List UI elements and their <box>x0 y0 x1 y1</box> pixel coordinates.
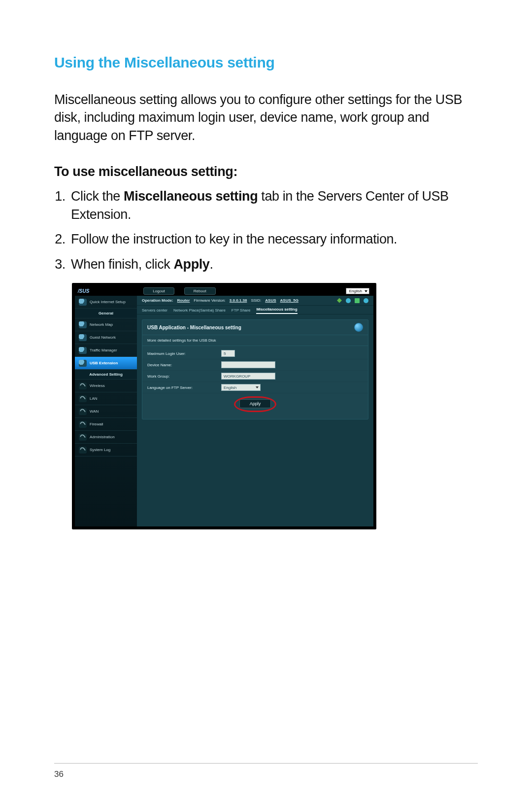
wrench-icon <box>79 383 87 389</box>
sidebar-item-administration[interactable]: Administration <box>75 431 137 444</box>
fw-value[interactable]: 3.0.0.1.38 <box>230 298 247 303</box>
ssid-2[interactable]: ASUS_5G <box>280 298 299 303</box>
ftp-lang-label: Language on FTP Server: <box>147 385 221 390</box>
sidebar-item-firewall[interactable]: Firewall <box>75 418 137 431</box>
sidebar-item-label: Firewall <box>90 422 103 426</box>
sidebar-item-wireless[interactable]: Wireless <box>75 380 137 392</box>
guest-icon <box>79 334 87 341</box>
reboot-button[interactable]: Reboot <box>184 287 216 295</box>
language-select[interactable]: English <box>346 288 369 294</box>
wrench-icon <box>79 447 87 453</box>
sidebar-item-label: WAN <box>90 409 99 414</box>
page-number: 36 <box>54 769 64 779</box>
sidebar: Quick Internet Setup General Network Map… <box>75 296 137 526</box>
sidebar-item-system-log[interactable]: System Log <box>75 444 137 456</box>
router-screenshot: /SUS Logout Reboot English Quick Interne… <box>72 283 376 529</box>
row-device-name: Device Name: <box>142 359 368 371</box>
sidebar-item-network-map[interactable]: Network Map <box>75 318 137 331</box>
tab-miscellaneous[interactable]: Miscellaneous setting <box>256 306 297 314</box>
fw-label: Firmware Version: <box>194 298 225 303</box>
wrench-icon <box>79 434 87 441</box>
ftp-lang-select[interactable]: English <box>221 384 261 391</box>
sidebar-item-traffic-manager[interactable]: Traffic Manager <box>75 344 137 357</box>
screenshot-topbar: /SUS Logout Reboot English <box>75 286 373 296</box>
usb-icon <box>79 360 87 367</box>
sub-tabs: Servers center Network Place(Samba) Shar… <box>137 306 373 314</box>
apply-area: Apply <box>142 393 368 417</box>
device-name-label: Device Name: <box>147 363 221 367</box>
wrench-icon <box>79 408 87 415</box>
sidebar-item-label: System Log <box>90 448 110 452</box>
row-max-login: Maximum Login User: 5 <box>142 348 368 359</box>
step-1-text-a: Click the <box>71 189 124 204</box>
settings-card: USB Application - Miscellaneous setting … <box>142 319 368 419</box>
step-3-bold: Apply <box>173 257 209 272</box>
workgroup-input[interactable]: WORKGROUP <box>221 373 275 380</box>
highlight-ellipse <box>234 396 276 412</box>
manual-page: Using the Miscellaneous setting Miscella… <box>0 0 532 802</box>
max-login-input[interactable]: 5 <box>221 350 235 357</box>
card-title: USB Application - Miscellaneous setting <box>147 325 241 330</box>
wrench-icon <box>79 395 87 402</box>
wrench-icon <box>79 421 87 428</box>
internet-icon <box>364 298 368 303</box>
sidebar-item-lan[interactable]: LAN <box>75 392 137 405</box>
globe-icon <box>79 299 87 306</box>
tab-samba-share[interactable]: Network Place(Samba) Share <box>173 307 226 314</box>
sidebar-item-label: Administration <box>90 435 115 439</box>
sidebar-item-label: Network Map <box>90 322 113 327</box>
sidebar-item-label: USB Extension <box>90 361 118 365</box>
brand-logo: /SUS <box>78 288 89 294</box>
footer-divider <box>54 763 478 764</box>
tab-servers-center[interactable]: Servers center <box>142 307 167 314</box>
sidebar-header-advanced: Advanced Setting <box>75 370 137 380</box>
status-icons <box>337 298 368 303</box>
tab-ftp-share[interactable]: FTP Share <box>232 307 251 314</box>
step-2: Follow the instruction to key in the nec… <box>69 230 478 248</box>
step-1-bold: Miscellaneous setting <box>124 189 258 204</box>
help-icon[interactable] <box>354 323 363 332</box>
sidebar-item-usb-extension[interactable]: USB Extension <box>75 357 137 370</box>
op-mode-value[interactable]: Router <box>177 298 190 303</box>
sidebar-item-wan[interactable]: WAN <box>75 405 137 418</box>
ssid-1[interactable]: ASUS <box>265 298 276 303</box>
sidebar-item-guest-network[interactable]: Guest Network <box>75 331 137 344</box>
sidebar-header-general: General <box>75 309 137 318</box>
sidebar-item-label: Traffic Manager <box>90 348 117 352</box>
sidebar-quick-setup[interactable]: Quick Internet Setup <box>75 296 137 309</box>
card-header: USB Application - Miscellaneous setting <box>142 320 368 335</box>
max-login-label: Maximum Login User: <box>147 351 221 356</box>
client-icon <box>346 298 351 303</box>
workgroup-label: Work Group: <box>147 374 221 379</box>
sidebar-item-label: Guest Network <box>90 335 116 340</box>
signal-icon <box>337 298 342 303</box>
status-line: Operation Mode: Router Firmware Version:… <box>137 296 373 306</box>
map-icon <box>79 321 87 328</box>
device-name-input[interactable] <box>221 361 275 368</box>
steps-list: Click the Miscellaneous setting tab in t… <box>54 187 478 273</box>
step-3-text-a: When finish, click <box>71 257 173 272</box>
step-3: When finish, click Apply. <box>69 255 478 273</box>
ssid-label: SSID: <box>251 298 261 303</box>
sidebar-item-label: Wireless <box>90 384 105 388</box>
step-3-text-c: . <box>209 257 213 272</box>
logout-button[interactable]: Logout <box>143 287 174 295</box>
settings-form: Maximum Login User: 5 Device Name: Work … <box>142 346 368 419</box>
row-ftp-language: Language on FTP Server: English <box>142 382 368 393</box>
usb-status-icon <box>355 298 360 303</box>
sub-heading: To use miscellaneous setting: <box>54 164 478 179</box>
op-mode-label: Operation Mode: <box>142 298 173 303</box>
section-title: Using the Miscellaneous setting <box>54 54 478 71</box>
sidebar-quick-label: Quick Internet Setup <box>90 300 126 304</box>
traffic-icon <box>79 347 87 354</box>
step-1: Click the Miscellaneous setting tab in t… <box>69 187 478 223</box>
intro-text: Miscellaneous setting allows you to conf… <box>54 91 478 144</box>
sidebar-item-label: LAN <box>90 396 98 401</box>
screenshot-body: Quick Internet Setup General Network Map… <box>75 296 373 526</box>
card-subtitle: More detailed settings for the USB Disk <box>142 335 368 346</box>
row-workgroup: Work Group: WORKGROUP <box>142 371 368 382</box>
main-panel: Operation Mode: Router Firmware Version:… <box>137 296 373 526</box>
